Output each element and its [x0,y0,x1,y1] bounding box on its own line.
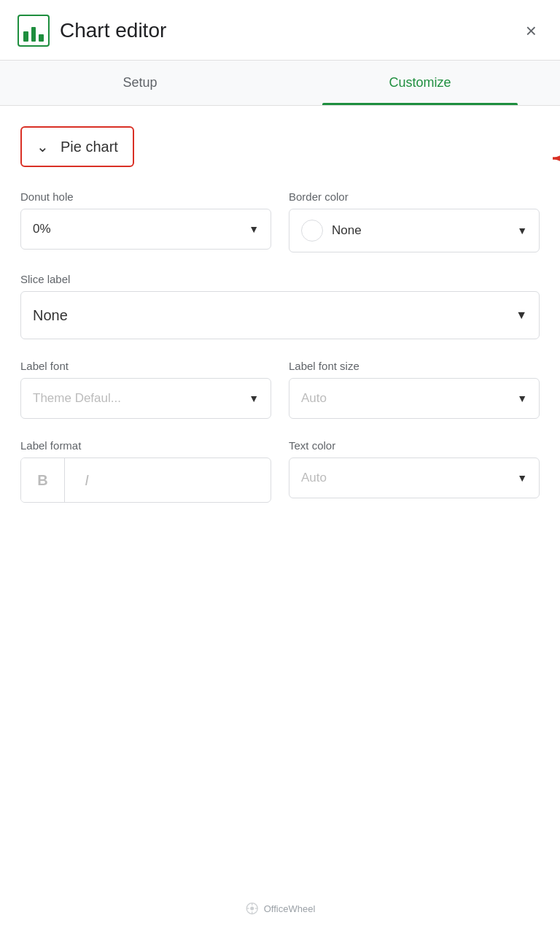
header-left: Chart editor [18,15,166,47]
text-color-label: Text color [289,439,540,452]
bold-button[interactable]: B [21,458,65,502]
text-color-value: Auto [301,471,327,485]
officewheel-logo [245,901,260,916]
label-font-size-group: Label font size Auto ▼ [289,360,540,419]
watermark-text: OfficeWheel [264,903,316,914]
bar1 [23,31,28,42]
text-color-group: Text color Auto ▼ [289,439,540,503]
bar3 [39,34,44,42]
content-area: ⌄ Pie chart Donut hole 0% ▼ Border color [0,106,560,520]
pie-chart-label: Pie chart [61,139,118,155]
tab-setup[interactable]: Setup [0,61,280,105]
text-color-arrow: ▼ [517,472,527,484]
label-format-group: Label format B I [20,439,271,503]
text-color-select[interactable]: Auto ▼ [289,458,540,498]
slice-label-group: Slice label [20,273,540,285]
donut-hole-arrow: ▼ [249,223,259,235]
label-font-size-arrow: ▼ [517,393,527,404]
tabs-bar: Setup Customize [0,61,560,106]
label-font-arrow: ▼ [249,393,259,404]
color-swatch [301,220,323,242]
label-font-group: Label font Theme Defaul... ▼ [20,360,271,419]
border-color-select[interactable]: None ▼ [289,209,540,252]
header: Chart editor × [0,0,560,61]
label-font-size-value: Auto [301,391,327,406]
red-arrow-indicator [547,147,560,170]
close-button[interactable]: × [523,18,540,43]
watermark: OfficeWheel [245,887,316,927]
donut-hole-label: Donut hole [20,190,271,203]
label-font-value: Theme Defaul... [33,391,121,406]
svg-point-3 [250,907,254,911]
donut-hole-select[interactable]: 0% ▼ [20,209,271,250]
italic-button[interactable]: I [65,458,109,502]
format-buttons: B I [20,458,271,503]
border-color-group: Border color None ▼ [289,190,540,252]
label-font-size-select[interactable]: Auto ▼ [289,378,540,419]
slice-label-value: None [33,307,68,324]
donut-hole-value: 0% [33,222,51,236]
label-font-size-label: Label font size [289,360,540,372]
label-format-row: Label format B I Text color Auto ▼ [20,439,540,503]
border-color-value: None [301,220,362,242]
border-color-text: None [332,223,362,238]
slice-label-arrow: ▼ [516,309,527,322]
border-color-label: Border color [289,190,540,203]
label-font-label: Label font [20,360,271,372]
donut-hole-group: Donut hole 0% ▼ [20,190,271,252]
pie-chart-section: ⌄ Pie chart [20,126,540,190]
label-font-select[interactable]: Theme Defaul... ▼ [20,378,271,419]
chevron-down-icon: ⌄ [36,138,49,155]
tab-customize[interactable]: Customize [280,61,560,105]
bar2 [31,27,36,42]
label-font-row: Label font Theme Defaul... ▼ Label font … [20,360,540,419]
slice-label-select[interactable]: None ▼ [20,291,540,339]
tab-setup-label: Setup [122,75,157,90]
page-title: Chart editor [60,19,166,42]
donut-border-row: Donut hole 0% ▼ Border color None ▼ [20,190,540,252]
border-color-arrow: ▼ [517,225,527,236]
label-format-label: Label format [20,439,271,452]
chart-editor-icon [18,15,50,47]
slice-label-label: Slice label [20,273,540,285]
tab-customize-label: Customize [389,75,451,90]
pie-chart-dropdown[interactable]: ⌄ Pie chart [20,126,134,167]
